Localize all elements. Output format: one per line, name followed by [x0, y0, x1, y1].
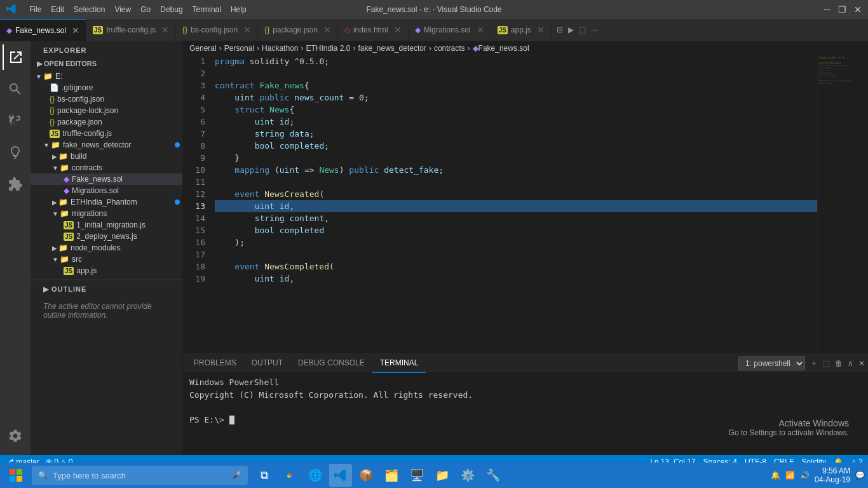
terminal-prompt: PS E:\>	[189, 414, 862, 426]
outline-message: The active editor cannot provide outline…	[31, 297, 182, 325]
search-icon: 🔍	[38, 471, 48, 480]
menu-go[interactable]: Go	[140, 5, 151, 14]
code-line-9: }	[215, 152, 817, 164]
menu-help[interactable]: Help	[231, 5, 247, 14]
tab-fake-news-sol[interactable]: ◆ Fake_news.sol ✕	[0, 19, 86, 41]
menu-debug[interactable]: Debug	[160, 5, 182, 14]
tab-close-icon[interactable]: ✕	[394, 25, 402, 35]
taskbar-search[interactable]: 🔍 🎤	[32, 466, 248, 485]
debug-icon[interactable]	[3, 140, 28, 165]
code-content[interactable]: pragma solidity ^0.5.0; contract Fake_ne…	[212, 55, 817, 353]
split-terminal-icon[interactable]: ⬚	[823, 359, 830, 368]
source-control-icon[interactable]	[3, 108, 28, 133]
taskbar-icon-7[interactable]: 🖥️	[405, 464, 428, 487]
tab-close-icon[interactable]: ✕	[323, 25, 331, 35]
tab-problems[interactable]: PROBLEMS	[186, 354, 244, 373]
minimize-button[interactable]: ─	[824, 4, 831, 15]
tab-more-icon[interactable]: ···	[591, 25, 597, 34]
tab-bs-config-json[interactable]: {} bs-config.json ✕	[176, 19, 258, 41]
window-controls[interactable]: ─ ❐ ✕	[824, 4, 862, 15]
menu-selection[interactable]: Selection	[74, 5, 105, 14]
taskbar-icon-5[interactable]: 📦	[355, 464, 377, 487]
list-item[interactable]: JS 1_initial_migration.js	[31, 219, 182, 231]
extensions-icon[interactable]	[3, 172, 28, 197]
settings-icon[interactable]	[3, 423, 28, 449]
close-panel-icon[interactable]: ✕	[858, 359, 865, 368]
taskbar-icon-8[interactable]: 📁	[431, 464, 454, 487]
tab-app-js[interactable]: JS app.js ✕	[491, 19, 552, 41]
fake-news-detector-folder[interactable]: ▼ 📁 fake_news_detector	[31, 139, 182, 151]
tab-index-html[interactable]: ◇ index.html ✕	[338, 19, 409, 41]
tab-bar: ◆ Fake_news.sol ✕ JS truffle-config.js ✕…	[0, 19, 868, 41]
maximize-button[interactable]: ❐	[838, 4, 846, 15]
taskbar-right: 🔔 📶 🔊 9:56 AM 04-Aug-19 💬	[771, 466, 865, 484]
trash-icon[interactable]: 🗑	[835, 359, 843, 368]
menu-edit[interactable]: Edit	[51, 5, 64, 14]
list-item[interactable]: JS truffle-config.js	[31, 128, 182, 139]
terminal-content[interactable]: Windows PowerShell Copyright (C) Microso…	[183, 373, 868, 429]
code-editor[interactable]: 1 2 3 4 5 6 7 8 9 10 11 12 13 14	[183, 55, 817, 353]
chrome-icon[interactable]	[278, 464, 301, 487]
terminal-select[interactable]: 1: powershell	[738, 356, 805, 370]
tab-migrations-sol[interactable]: ◆ Migrations.sol ✕	[409, 19, 491, 41]
tab-layout-icon[interactable]: ⬚	[579, 25, 586, 34]
list-item[interactable]: JS 2_deploy_news.js	[31, 231, 182, 242]
tab-close-icon[interactable]: ✕	[537, 25, 545, 35]
start-button[interactable]	[3, 463, 29, 488]
node-modules-folder[interactable]: ▶ 📁 node_modules	[31, 242, 182, 254]
arrow-down-icon: ▼	[52, 210, 58, 217]
tab-close-icon[interactable]: ✕	[72, 25, 79, 36]
tab-package-json[interactable]: {} package.json ✕	[258, 19, 338, 41]
tab-terminal[interactable]: TERMINAL	[372, 354, 426, 373]
vscode-taskbar-icon[interactable]	[329, 464, 352, 487]
search-input[interactable]	[53, 471, 227, 480]
menu-view[interactable]: View	[114, 5, 131, 14]
taskbar-volume-icon[interactable]: 🔊	[800, 471, 810, 480]
code-line-2	[215, 67, 817, 79]
menu-terminal[interactable]: Terminal	[193, 5, 221, 14]
arrow-right-icon: ▶	[52, 153, 57, 160]
tab-split-icon[interactable]: ⊟	[557, 25, 563, 34]
taskbar-icon-6[interactable]: 🗂️	[380, 464, 403, 487]
code-editor-content[interactable]: 1 2 3 4 5 6 7 8 9 10 11 12 13 14	[183, 55, 868, 353]
list-item[interactable]: 📄 .gitignore	[31, 82, 182, 93]
tab-play-icon[interactable]: ▶	[568, 25, 574, 34]
close-button[interactable]: ✕	[854, 4, 862, 15]
menu-file[interactable]: File	[29, 5, 41, 14]
edge-icon[interactable]: 🌐	[304, 464, 327, 487]
mic-icon[interactable]: 🎤	[232, 471, 241, 480]
fake-news-sol-file[interactable]: ◆ Fake_news.sol	[31, 173, 182, 185]
explorer-icon[interactable]	[3, 44, 28, 70]
tab-debug-console[interactable]: DEBUG CONSOLE	[290, 354, 372, 373]
taskbar-icon-9[interactable]: ⚙️	[456, 464, 479, 487]
task-view-button[interactable]: ⧉	[253, 464, 276, 487]
add-terminal-icon[interactable]: ＋	[810, 358, 818, 369]
ethindia-phantom-folder[interactable]: ▶ 📁 ETHIndia_Phantom	[31, 196, 182, 208]
list-item[interactable]: {} bs-config.json	[31, 93, 182, 105]
migrations-folder[interactable]: ▼ 📁 migrations	[31, 208, 182, 219]
tab-close-icon[interactable]: ✕	[243, 25, 251, 35]
taskbar-notification-icon[interactable]: 🔔	[771, 471, 780, 480]
build-folder[interactable]: ▶ 📁 build	[31, 151, 182, 162]
app-js-file[interactable]: JS app.js	[31, 265, 182, 276]
menu-bar[interactable]: File Edit Selection View Go Debug Termin…	[6, 4, 247, 16]
list-item[interactable]: {} package-lock.json	[31, 105, 182, 116]
open-editors-title[interactable]: ▶ OPEN EDITORS	[31, 57, 182, 71]
src-folder[interactable]: ▼ 📁 src	[31, 254, 182, 265]
chevron-up-icon[interactable]: ∧	[848, 359, 853, 368]
root-folder[interactable]: ▼ 📁 E:	[31, 71, 182, 82]
search-icon[interactable]	[3, 76, 28, 102]
tab-close-icon[interactable]: ✕	[161, 25, 169, 35]
taskbar-icon-10[interactable]: 🔧	[482, 464, 505, 487]
tab-truffle-config-js[interactable]: JS truffle-config.js ✕	[86, 19, 176, 41]
list-item[interactable]: {} package.json	[31, 116, 182, 128]
json-icon: {}	[50, 106, 55, 115]
taskbar-wifi-icon[interactable]: 📶	[785, 471, 795, 480]
migrations-sol-file[interactable]: ◆ Migrations.sol	[31, 185, 182, 196]
notification-button[interactable]: 💬	[855, 471, 865, 480]
tab-close-icon[interactable]: ✕	[477, 25, 484, 35]
tab-extras[interactable]: ⊟ ▶ ⬚ ···	[552, 25, 602, 34]
contracts-folder[interactable]: ▼ 📁 contracts	[31, 162, 182, 173]
js-icon: JS	[498, 26, 508, 34]
tab-output[interactable]: OUTPUT	[244, 354, 290, 373]
